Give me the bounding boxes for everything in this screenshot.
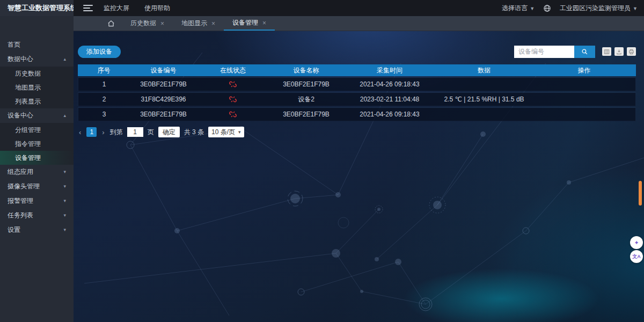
- sidebar-item-alarm-management[interactable]: 报警管理 ▾: [0, 194, 74, 208]
- confirm-page-button[interactable]: 确定: [158, 127, 180, 137]
- row-operations: [532, 92, 636, 106]
- chevron-down-icon: ▼: [530, 6, 535, 11]
- page-size-select[interactable]: 10 条/页 ▾: [208, 127, 244, 137]
- device-center-submenu: 分组管理 指令管理 设备管理: [0, 123, 74, 165]
- data-center-submenu: 历史数据 地图显示 列表显示: [0, 67, 74, 108]
- top-navbar: 监控大屏 使用帮助 选择语言▼ 工业园区污染监测管理员▼: [74, 0, 644, 16]
- close-icon[interactable]: ×: [160, 20, 164, 27]
- chevron-down-icon: ▼: [633, 6, 638, 11]
- sidebar: 智慧工业数据管理系统 首页 数据中心 ▴ 历史数据 地图显示 列表显示 设备中心…: [0, 0, 74, 322]
- sidebar-item-history-data[interactable]: 历史数据: [0, 67, 74, 80]
- sparkle-icon: ✦: [634, 239, 639, 246]
- tab-device-management[interactable]: 设备管理 ×: [224, 16, 275, 31]
- home-tab-icon[interactable]: [100, 16, 122, 31]
- row-operations: [532, 77, 636, 91]
- col-header-online-status: 在线状态: [197, 64, 269, 76]
- table-header-row: 序号 设备编号 在线状态 设备名称 采集时间 数据 操作: [78, 64, 636, 76]
- tab-bar: 历史数据 × 地图显示 × 设备管理 ×: [74, 16, 644, 31]
- offline-broken-link-icon: [229, 111, 237, 118]
- col-header-collect-time: 采集时间: [343, 64, 436, 76]
- globe-icon[interactable]: [543, 4, 551, 12]
- chevron-down-icon: ▾: [63, 208, 66, 223]
- close-icon[interactable]: ×: [211, 20, 215, 27]
- offline-broken-link-icon: [229, 80, 237, 88]
- nav-monitor-screen[interactable]: 监控大屏: [96, 0, 137, 16]
- content-area: 添加设备: [74, 31, 644, 322]
- sidebar-item-command-management[interactable]: 指令管理: [0, 137, 74, 151]
- device-table: 序号 设备编号 在线状态 设备名称 采集时间 数据 操作 1 3E0BF2E1F: [78, 63, 636, 122]
- search-icon: [581, 48, 588, 55]
- col-header-data: 数据: [436, 64, 532, 76]
- translate-icon: 文A: [632, 253, 641, 260]
- goto-label: 到第: [110, 128, 123, 137]
- sidebar-group-device-center[interactable]: 设备中心 ▴: [0, 108, 74, 123]
- current-page[interactable]: 1: [86, 127, 97, 137]
- chevron-down-icon: ▾: [63, 223, 66, 237]
- sidebar-item-device-management[interactable]: 设备管理: [0, 151, 74, 165]
- col-header-device-name: 设备名称: [269, 64, 343, 76]
- chevron-down-icon: ▾: [238, 129, 241, 135]
- print-icon: [628, 49, 634, 55]
- sidebar-item-map-display[interactable]: 地图显示: [0, 80, 74, 94]
- sidebar-item-settings[interactable]: 设置 ▾: [0, 223, 74, 237]
- nav-help[interactable]: 使用帮助: [137, 0, 178, 16]
- close-icon[interactable]: ×: [262, 19, 266, 27]
- chevron-down-icon: ▾: [63, 165, 66, 179]
- sidebar-item-task-list[interactable]: 任务列表 ▾: [0, 208, 74, 223]
- table-toolbar: 添加设备: [78, 45, 636, 58]
- username: 工业园区污染监测管理员: [560, 4, 631, 12]
- sidebar-item-home[interactable]: 首页: [0, 38, 74, 52]
- translate-button[interactable]: 文A: [630, 250, 643, 263]
- sidebar-item-scada-app[interactable]: 组态应用 ▾: [0, 165, 74, 179]
- chevron-down-icon: ▾: [63, 194, 66, 208]
- sidebar-group-data-center[interactable]: 数据中心 ▴: [0, 52, 74, 67]
- export-icon: [616, 49, 622, 55]
- search-button[interactable]: [574, 46, 595, 58]
- export-button[interactable]: [614, 47, 624, 56]
- row-operations: [532, 107, 636, 121]
- scrollbar-thumb[interactable]: [639, 181, 642, 206]
- collapse-menu-icon[interactable]: [83, 5, 93, 11]
- next-page-button[interactable]: ›: [101, 128, 105, 136]
- offline-broken-link-icon: [229, 96, 237, 103]
- user-menu[interactable]: 工业园区污染监测管理员▼: [560, 0, 638, 16]
- sidebar-item-group-management[interactable]: 分组管理: [0, 123, 74, 137]
- table-columns-icon: [604, 49, 610, 55]
- sidebar-nav: 首页 数据中心 ▴ 历史数据 地图显示 列表显示 设备中心 ▴ 分组管理 指令管…: [0, 16, 74, 237]
- app-title: 智慧工业数据管理系统: [0, 0, 74, 16]
- table-row[interactable]: 1 3E0BF2E1F79B 3E0BF2E1F79B 2021-04-26 0…: [78, 77, 636, 91]
- tab-history-data[interactable]: 历史数据 ×: [122, 16, 173, 31]
- device-id-search-input[interactable]: [514, 46, 574, 58]
- add-device-button[interactable]: 添加设备: [78, 46, 121, 58]
- chevron-down-icon: ▾: [63, 179, 66, 194]
- total-count-label: 共 3 条: [184, 128, 204, 137]
- prev-page-button[interactable]: ‹: [78, 128, 82, 136]
- col-header-device-id: 设备编号: [130, 64, 197, 76]
- table-row[interactable]: 3 3E0BF2E1F79B 3E0BF2E1F79B 2021-04-26 0…: [78, 107, 636, 121]
- print-button[interactable]: [627, 47, 636, 56]
- pagination: ‹ 1 › 到第 页 确定 共 3 条 10 条/页 ▾: [78, 127, 636, 137]
- tab-map-display[interactable]: 地图显示 ×: [173, 16, 224, 31]
- language-selector[interactable]: 选择语言▼: [502, 0, 535, 16]
- filter-columns-button[interactable]: [602, 47, 611, 56]
- table-row[interactable]: 2 31F8C429E396 设备2 2023-02-21 11:04:48: [78, 92, 636, 106]
- col-header-operations: 操作: [532, 64, 636, 76]
- sidebar-item-list-display[interactable]: 列表显示: [0, 94, 74, 108]
- app-window: 智慧工业数据管理系统 首页 数据中心 ▴ 历史数据 地图显示 列表显示 设备中心…: [0, 0, 644, 322]
- sidebar-item-camera-management[interactable]: 摄像头管理 ▾: [0, 179, 74, 194]
- chevron-up-icon: ▴: [63, 52, 66, 67]
- chevron-up-icon: ▴: [63, 108, 66, 123]
- col-header-index: 序号: [78, 64, 130, 76]
- page-unit-label: 页: [148, 128, 154, 137]
- ai-sparkle-button[interactable]: ✦: [630, 236, 643, 249]
- page-number-input[interactable]: [127, 127, 143, 137]
